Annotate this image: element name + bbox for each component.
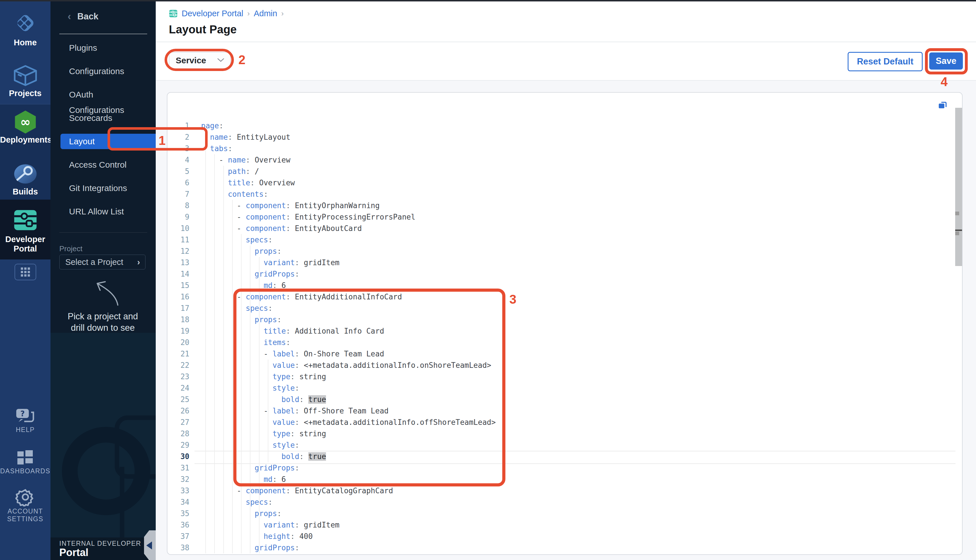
- breadcrumb-separator: ›: [247, 9, 250, 18]
- breadcrumb-devportal-icon: [169, 9, 178, 18]
- line-number: 4: [171, 154, 189, 166]
- code-line-12[interactable]: 12 props:: [171, 245, 957, 257]
- builds-icon: [13, 182, 38, 187]
- code-line-8[interactable]: 8 - component: EntityOrphanWarning: [171, 200, 957, 211]
- code-line-36[interactable]: 36 variant: gridItem: [171, 519, 957, 531]
- line-number: 34: [171, 497, 189, 508]
- sidebar-collapse-button[interactable]: [144, 530, 156, 560]
- gear-icon: [15, 502, 35, 507]
- module-deployments[interactable]: ∞ Deployments: [0, 110, 50, 145]
- code-line-5[interactable]: 5 path: /: [171, 166, 957, 177]
- line-number: 31: [171, 462, 189, 473]
- sidebar-item-access-control[interactable]: Access Control: [69, 157, 149, 173]
- line-number: 29: [171, 439, 189, 451]
- code-line-34[interactable]: 34 specs:: [171, 497, 957, 508]
- footer-line2: Portal: [59, 547, 88, 558]
- line-number: 8: [171, 200, 189, 211]
- code-line-7[interactable]: 7 contents:: [171, 188, 957, 200]
- line-number: 11: [171, 234, 189, 245]
- copy-icon[interactable]: [938, 100, 948, 112]
- line-number: 18: [171, 314, 189, 325]
- code-line-13[interactable]: 13 variant: gridItem: [171, 257, 957, 268]
- annotation-number-1: 1: [158, 133, 165, 148]
- module-devportal-label-line1: Developer: [0, 235, 50, 244]
- dashboards-item[interactable]: DASHBOARDS: [0, 449, 50, 475]
- module-section-cd: ∞ Deployments Builds: [0, 104, 50, 200]
- sidebar-item-oauth-configurations[interactable]: OAuth Configurations: [69, 87, 149, 102]
- breadcrumb-link-admin[interactable]: Admin: [254, 9, 277, 18]
- sidebar-item-configurations[interactable]: Configurations: [69, 63, 149, 79]
- footer-line1: INTERNAL DEVELOPER: [59, 540, 141, 547]
- dashboards-icon: [16, 462, 35, 467]
- line-number: 30: [171, 451, 189, 462]
- account-settings-label-line1: ACCOUNT: [0, 508, 50, 515]
- line-number: 12: [171, 245, 189, 257]
- code-line-35[interactable]: 35 props:: [171, 508, 957, 519]
- chevron-left-icon: ‹: [68, 10, 71, 23]
- toolbar: Service Reset Default Save: [156, 42, 976, 80]
- sidebar-item-url-allow-list[interactable]: URL Allow List: [69, 204, 149, 219]
- line-number: 35: [171, 508, 189, 519]
- account-settings-item[interactable]: ACCOUNT SETTINGS: [0, 488, 50, 523]
- line-number: 33: [171, 485, 189, 497]
- module-devportal-label-line2: Portal: [0, 244, 50, 253]
- line-number: 28: [171, 428, 189, 439]
- code-line-9[interactable]: 9 - component: EntityProcessingErrorsPan…: [171, 211, 957, 223]
- line-number: 13: [171, 257, 189, 268]
- breadcrumb-separator: ›: [281, 9, 284, 18]
- line-number: 6: [171, 177, 189, 188]
- sidebar-item-git-integrations[interactable]: Git Integrations: [69, 180, 149, 196]
- line-number: 16: [171, 291, 189, 303]
- editor-scrollbar[interactable]: [955, 108, 963, 266]
- code-line-4[interactable]: 4 - name: Overview: [171, 154, 957, 166]
- line-number: 22: [171, 360, 189, 371]
- project-select-value: Select a Project: [60, 257, 137, 267]
- code-line-33[interactable]: 33 - component: EntityCatalogGraphCard: [171, 485, 957, 497]
- line-number: 38: [171, 542, 189, 553]
- module-picker-button[interactable]: [15, 264, 36, 280]
- home-icon: [12, 33, 39, 38]
- breadcrumb-link-developer-portal[interactable]: Developer Portal: [182, 9, 243, 18]
- module-projects[interactable]: Projects: [0, 63, 50, 98]
- code-line-38[interactable]: 38 gridProps:: [171, 542, 957, 553]
- sidebar-divider: [59, 33, 147, 34]
- sidebar-decoration: [50, 333, 156, 560]
- help-item[interactable]: ? HELP: [0, 408, 50, 434]
- module-developer-portal[interactable]: Developer Portal: [0, 207, 50, 253]
- line-number: 25: [171, 394, 189, 405]
- project-section-label: Project: [59, 244, 82, 253]
- code-line-2[interactable]: 2 name: EntityLayout: [171, 132, 957, 143]
- sidebar-item-plugins[interactable]: Plugins: [69, 40, 149, 56]
- annotation-box-4: [925, 48, 968, 74]
- code-line-11[interactable]: 11 specs:: [171, 234, 957, 245]
- module-projects-label: Projects: [0, 89, 50, 98]
- toolbar-divider: [156, 80, 976, 81]
- line-number: 23: [171, 371, 189, 382]
- code-line-1[interactable]: 1page:: [171, 120, 957, 132]
- back-button[interactable]: ‹ Back: [68, 8, 98, 25]
- module-rail: Home Projects ∞ Deployments: [0, 2, 50, 560]
- svg-text:∞: ∞: [20, 115, 30, 129]
- dashboards-label: DASHBOARDS: [0, 467, 50, 475]
- annotation-number-2: 2: [239, 53, 245, 67]
- reset-default-button[interactable]: Reset Default: [848, 52, 923, 71]
- code-line-3[interactable]: 3 tabs:: [171, 143, 957, 154]
- collapse-arrow-icon: [146, 542, 152, 550]
- line-number: 5: [171, 166, 189, 177]
- annotation-box-2: [165, 49, 234, 71]
- module-home[interactable]: Home: [0, 9, 50, 47]
- module-builds[interactable]: Builds: [0, 162, 50, 197]
- project-select[interactable]: Select a Project ›: [59, 255, 145, 270]
- module-section-bottom: ? HELP DASHBOARDS: [0, 260, 50, 560]
- line-number: 19: [171, 325, 189, 337]
- code-line-10[interactable]: 10 - component: EntityAboutCard: [171, 223, 957, 234]
- line-number: 20: [171, 337, 189, 348]
- sidebar-item-scorecards[interactable]: Scorecards: [69, 110, 149, 126]
- line-number: 24: [171, 382, 189, 394]
- page-header: Developer Portal › Admin › Layout Page: [156, 2, 976, 42]
- line-number: 9: [171, 211, 189, 223]
- code-line-37[interactable]: 37 height: 400: [171, 531, 957, 542]
- code-line-6[interactable]: 6 title: Overview: [171, 177, 957, 188]
- code-line-14[interactable]: 14 gridProps:: [171, 268, 957, 280]
- account-settings-label-line2: SETTINGS: [0, 515, 50, 523]
